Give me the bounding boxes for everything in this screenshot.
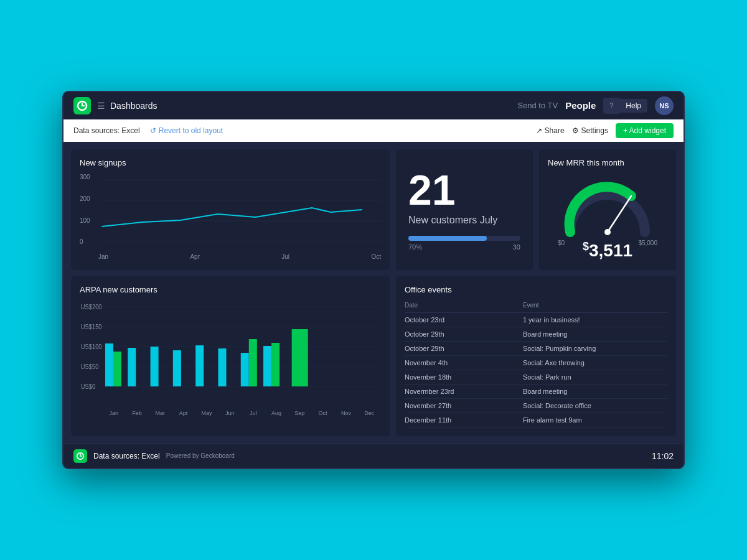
- signups-widget: New signups 300 200 100 0: [71, 149, 390, 269]
- progress-pct: 70%: [408, 243, 422, 251]
- mrr-dollar-sign: $: [583, 240, 589, 253]
- svg-rect-28: [292, 329, 308, 386]
- bar-x-jul: Jul: [242, 410, 265, 416]
- table-row: October 29thSocial: Pumpkin carving: [405, 341, 667, 355]
- settings-icon: ⚙: [572, 126, 579, 135]
- footer: Data sources: Excel Powered by Geckoboar…: [63, 444, 684, 468]
- footer-time: 11:02: [652, 451, 674, 461]
- logo: [73, 97, 91, 114]
- bar-x-may: May: [195, 410, 218, 416]
- navbar-right: Send to TV People ? Help NS: [517, 96, 674, 115]
- y-label-300: 300: [80, 174, 90, 180]
- svg-rect-18: [113, 352, 121, 386]
- event-date: November 4th: [405, 355, 523, 370]
- arpa-widget: ARPA new customers US$200 US$150 US$100 …: [71, 276, 390, 436]
- events-list: October 23rd1 year in business!October 2…: [405, 312, 667, 427]
- add-widget-button[interactable]: + Add widget: [616, 123, 674, 138]
- svg-text:US$50: US$50: [81, 363, 98, 370]
- x-label-apr: Apr: [190, 253, 200, 260]
- svg-rect-25: [249, 339, 257, 386]
- table-row: October 29thBoard meeting: [405, 327, 667, 341]
- progress-bar-bg: [408, 236, 520, 241]
- x-axis-labels: Jan Apr Jul Oct: [80, 251, 381, 260]
- people-link[interactable]: People: [565, 100, 596, 111]
- data-sources-label: Data sources: Excel: [73, 126, 140, 135]
- bar-x-apr: Apr: [172, 410, 195, 416]
- table-row: October 23rd1 year in business!: [405, 312, 667, 327]
- help-button[interactable]: Help: [619, 99, 647, 113]
- settings-button[interactable]: ⚙ Settings: [572, 126, 608, 135]
- signups-chart: 300 200 100 0 Jan Apr Jul: [80, 174, 381, 254]
- events-widget: Office events Date Event October 23rd1 y…: [396, 276, 676, 436]
- gauge-min-label: $0: [558, 240, 565, 246]
- revert-icon: ↺: [150, 126, 156, 135]
- bar-x-labels: Jan Feb Mar Apr May Jun Jul Aug Sep Oct …: [80, 409, 381, 416]
- signups-title: New signups: [80, 158, 381, 167]
- date-col-header: Date: [405, 301, 523, 313]
- bar-x-jan: Jan: [102, 410, 125, 416]
- help-question-button[interactable]: ?: [603, 98, 619, 114]
- x-label-jul: Jul: [281, 253, 289, 260]
- customers-label: New customers July: [408, 215, 497, 226]
- event-name: Fire alarm test 9am: [523, 413, 667, 427]
- send-to-tv-link[interactable]: Send to TV: [517, 101, 558, 110]
- events-table: Date Event October 23rd1 year in busines…: [405, 301, 667, 427]
- gauge-max-label: $5,000: [638, 240, 657, 246]
- app-window: ☰ Dashboards Send to TV People ? Help NS…: [62, 91, 685, 469]
- gauge-svg: [558, 176, 657, 238]
- bar-x-feb: Feb: [125, 410, 148, 416]
- revert-label: Revert to old layout: [159, 126, 223, 135]
- progress-bar-fill: [408, 236, 487, 241]
- bar-x-jun: Jun: [218, 410, 242, 416]
- customers-progress: 70% 30: [408, 236, 520, 251]
- mrr-widget: New MRR this month $0 $5,000 $3,511: [539, 149, 676, 269]
- footer-powered: Powered by Geckoboard: [166, 452, 235, 459]
- event-name: Social: Axe throwing: [523, 355, 667, 370]
- revert-layout-link[interactable]: ↺ Revert to old layout: [150, 126, 223, 135]
- table-row: November 18thSocial: Park run: [405, 370, 667, 384]
- help-group: ? Help: [603, 98, 647, 114]
- event-name: Board meeting: [523, 327, 667, 341]
- y-label-0: 0: [80, 238, 90, 245]
- table-row: December 11thFire alarm test 9am: [405, 413, 667, 427]
- event-date: December 11th: [405, 413, 523, 427]
- footer-source: Data sources: Excel: [93, 452, 160, 460]
- bar-x-dec: Dec: [358, 410, 381, 416]
- svg-rect-24: [241, 353, 249, 386]
- x-label-jan: Jan: [98, 253, 108, 260]
- events-title: Office events: [405, 285, 667, 294]
- menu-icon: ☰: [97, 101, 105, 111]
- svg-rect-21: [173, 350, 181, 386]
- bar-x-mar: Mar: [149, 410, 172, 416]
- progress-max: 30: [513, 243, 520, 251]
- event-date: November 27th: [405, 398, 523, 413]
- customers-number: 21: [408, 169, 456, 211]
- bar-x-oct: Oct: [311, 410, 334, 416]
- event-col-header: Event: [523, 301, 667, 313]
- subnav-right: ↗ Share ⚙ Settings + Add widget: [536, 123, 674, 138]
- event-name: 1 year in business!: [523, 312, 667, 327]
- event-name: Social: Park run: [523, 370, 667, 384]
- navbar-title: Dashboards: [110, 101, 157, 111]
- arpa-title: ARPA new customers: [80, 285, 381, 294]
- event-date: November 18th: [405, 370, 523, 384]
- svg-rect-19: [128, 348, 136, 386]
- share-label: Share: [545, 126, 565, 135]
- share-button[interactable]: ↗ Share: [536, 126, 565, 135]
- mrr-title: New MRR this month: [548, 158, 667, 167]
- avatar[interactable]: NS: [655, 96, 674, 115]
- svg-point-6: [604, 229, 611, 235]
- y-label-200: 200: [80, 195, 90, 202]
- share-icon: ↗: [536, 126, 542, 135]
- x-label-oct: Oct: [371, 253, 381, 260]
- table-row: November 27thSocial: Decorate office: [405, 398, 667, 413]
- arpa-bar-chart: US$200 US$150 US$100 US$50 US$0: [80, 301, 381, 413]
- event-name: Social: Pumpkin carving: [523, 341, 667, 355]
- subnav: Data sources: Excel ↺ Revert to old layo…: [63, 119, 684, 142]
- event-date: October 29th: [405, 327, 523, 341]
- bar-x-sep: Sep: [288, 410, 311, 416]
- y-label-100: 100: [80, 217, 90, 224]
- gauge-container: $0 $5,000 $3,511: [548, 174, 667, 261]
- svg-text:US$100: US$100: [81, 343, 102, 350]
- mrr-number: 3,511: [589, 241, 632, 261]
